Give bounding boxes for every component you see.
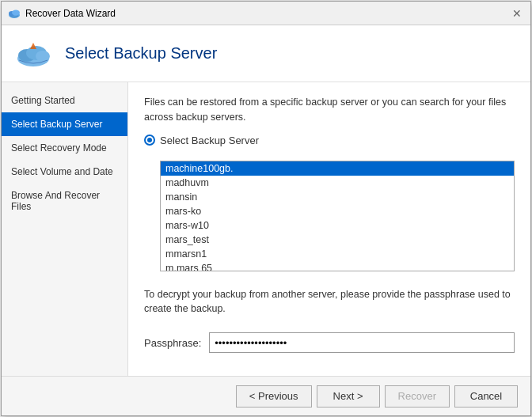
sidebar-item-select-volume-and-date[interactable]: Select Volume and Date — [2, 160, 127, 184]
sidebar-item-select-recovery-mode[interactable]: Select Recovery Mode — [2, 136, 127, 160]
list-item[interactable]: mansin — [161, 190, 514, 204]
list-item[interactable]: m.mars 65 — [161, 261, 514, 271]
passphrase-input[interactable] — [209, 332, 515, 353]
sidebar-item-getting-started[interactable]: Getting Started — [2, 89, 127, 112]
select-backup-server-option[interactable]: Select Backup Server — [144, 135, 515, 146]
decrypt-description: To decrypt your backup from another serv… — [144, 287, 515, 317]
app-icon — [8, 7, 21, 20]
description-text: Files can be restored from a specific ba… — [144, 95, 515, 125]
list-item[interactable]: mars-w10 — [161, 218, 514, 233]
title-bar-left: Recover Data Wizard — [8, 7, 116, 20]
close-button[interactable]: ✕ — [510, 6, 524, 21]
list-item[interactable]: mars-ko — [161, 204, 514, 218]
header-area: Select Backup Server — [2, 25, 530, 82]
footer: < Previous Next > Recover Cancel — [2, 376, 530, 415]
passphrase-label: Passphrase: — [144, 337, 201, 349]
svg-point-2 — [12, 9, 20, 15]
next-button[interactable]: Next > — [317, 385, 380, 408]
svg-point-6 — [36, 51, 50, 62]
content-area: Files can be restored from a specific ba… — [128, 82, 530, 376]
sidebar-item-browse-and-recover-files[interactable]: Browse And Recover Files — [2, 184, 127, 218]
recover-button[interactable]: Recover — [385, 385, 450, 408]
cancel-button[interactable]: Cancel — [454, 385, 518, 408]
list-item[interactable]: mmarsn1 — [161, 247, 514, 261]
server-listbox[interactable]: machine100gb. madhuvm mansin mars-ko mar… — [160, 161, 515, 271]
svg-marker-7 — [30, 43, 36, 49]
list-item[interactable]: madhuvm — [161, 176, 514, 190]
title-bar: Recover Data Wizard ✕ — [2, 2, 530, 25]
list-item[interactable]: mars_test — [161, 233, 514, 247]
main-area: Getting Started Select Backup Server Sel… — [2, 82, 530, 376]
passphrase-row: Passphrase: — [144, 332, 515, 353]
window-title: Recover Data Wizard — [25, 8, 116, 19]
wizard-icon — [14, 35, 52, 73]
sidebar-item-select-backup-server[interactable]: Select Backup Server — [2, 112, 127, 136]
list-item[interactable]: machine100gb. — [161, 161, 514, 176]
sidebar: Getting Started Select Backup Server Sel… — [2, 82, 128, 376]
main-window: Recover Data Wizard ✕ Select Backup Serv… — [1, 1, 531, 416]
page-title: Select Backup Server — [65, 44, 217, 63]
previous-button[interactable]: < Previous — [236, 385, 312, 408]
radio-select-backup-server[interactable] — [144, 135, 155, 146]
select-backup-server-label: Select Backup Server — [160, 135, 259, 146]
